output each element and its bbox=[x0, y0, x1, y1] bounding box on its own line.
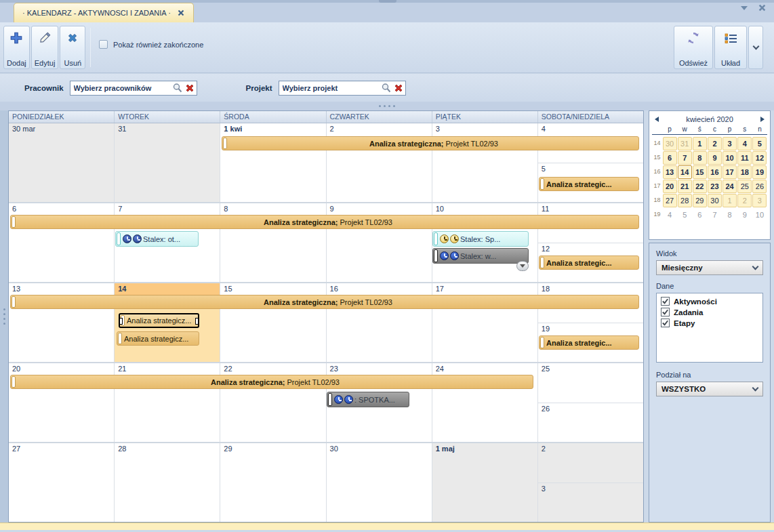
tab-close-icon[interactable] bbox=[178, 9, 185, 17]
more-events-button[interactable] bbox=[516, 261, 529, 271]
show-completed-checkbox[interactable]: Pokaż również zakończone bbox=[99, 40, 203, 49]
event-analiza-strategiczna[interactable]: Analiza strategiczna; Projekt TL02/93 bbox=[10, 295, 639, 309]
day-cell[interactable]: 27 bbox=[9, 443, 115, 522]
day-cell[interactable]: 30 mar bbox=[9, 123, 115, 202]
mini-day[interactable]: 17 bbox=[722, 165, 737, 179]
mini-day[interactable]: 23 bbox=[708, 180, 722, 193]
mini-day[interactable]: 1 bbox=[722, 194, 737, 207]
mini-day[interactable]: 3 bbox=[722, 137, 737, 150]
mini-day[interactable]: 28 bbox=[678, 194, 692, 207]
mini-day[interactable]: 10 bbox=[722, 151, 737, 165]
mini-day[interactable]: 14 bbox=[678, 165, 692, 179]
horizontal-splitter[interactable] bbox=[0, 102, 774, 110]
mini-day[interactable]: 4 bbox=[663, 208, 677, 222]
close-icon[interactable] bbox=[758, 4, 766, 12]
mini-day[interactable]: 24 bbox=[722, 180, 737, 193]
day-cell[interactable]: 1 kwi bbox=[220, 123, 326, 202]
event-stalex[interactable]: Stalex: ot... bbox=[115, 231, 199, 247]
mini-day[interactable]: 1 bbox=[693, 137, 707, 150]
event-analiza-selected[interactable]: Analiza strategicz... bbox=[119, 313, 199, 328]
event-spotkanie[interactable]: : SPOTKA... bbox=[327, 392, 409, 407]
event-stalex[interactable]: Stalex: Sp... bbox=[432, 231, 529, 247]
day-cell[interactable]: 26 bbox=[538, 403, 643, 443]
day-cell[interactable]: 3 bbox=[432, 123, 538, 202]
mini-day[interactable]: 21 bbox=[678, 180, 692, 193]
event-stalex[interactable]: Stalex: w... bbox=[432, 248, 529, 264]
event-analiza-truncated[interactable]: Analiza strategic... bbox=[539, 335, 639, 350]
checkbox-aktywnosci[interactable]: Aktywności bbox=[661, 297, 758, 306]
mini-day[interactable]: 15 bbox=[693, 165, 707, 179]
split-dropdown[interactable]: WSZYSTKO bbox=[656, 382, 763, 396]
next-month-icon[interactable] bbox=[760, 117, 765, 122]
mini-day[interactable]: 31 bbox=[678, 137, 692, 150]
employee-picker[interactable]: Wybierz pracowników bbox=[70, 81, 197, 96]
mini-day[interactable]: 9 bbox=[737, 208, 752, 222]
project-picker[interactable]: Wybierz projekt bbox=[279, 81, 406, 96]
day-cell[interactable]: 2 bbox=[538, 443, 643, 483]
delete-button[interactable]: Usuń bbox=[60, 26, 85, 69]
mini-day-header: p bbox=[662, 125, 677, 135]
refresh-button[interactable]: Odśwież bbox=[674, 26, 713, 69]
mini-day[interactable]: 25 bbox=[737, 180, 752, 193]
mini-day[interactable]: 6 bbox=[663, 151, 677, 165]
mini-day[interactable]: 4 bbox=[737, 137, 752, 150]
mini-day[interactable]: 29 bbox=[693, 194, 707, 207]
mini-day[interactable]: 5 bbox=[678, 208, 692, 222]
magnifier-icon[interactable] bbox=[172, 83, 183, 94]
event-analiza-strategiczna[interactable]: Analiza strategiczna; Projekt TL02/93 bbox=[10, 375, 533, 389]
view-dropdown[interactable]: Miesięczny bbox=[656, 260, 763, 275]
mini-day[interactable]: 2 bbox=[708, 137, 722, 150]
day-cell[interactable]: 28 bbox=[115, 443, 220, 522]
event-analiza-truncated[interactable]: Analiza strategic... bbox=[539, 255, 639, 270]
day-cell[interactable]: 2 bbox=[327, 123, 432, 202]
magnifier-icon[interactable] bbox=[381, 83, 392, 94]
checkbox-zadania[interactable]: Zadania bbox=[661, 308, 758, 316]
mini-day[interactable]: 11 bbox=[737, 151, 752, 165]
mini-day[interactable]: 20 bbox=[663, 180, 677, 193]
mini-day[interactable]: 8 bbox=[693, 151, 707, 165]
mini-day[interactable]: 9 bbox=[708, 151, 722, 165]
mini-day[interactable]: 2 bbox=[737, 194, 752, 207]
day-cell[interactable]: 1 maj bbox=[432, 443, 538, 522]
red-x-icon[interactable] bbox=[394, 83, 403, 93]
mini-day[interactable]: 27 bbox=[663, 194, 677, 207]
event-stripe bbox=[328, 393, 332, 406]
mini-day[interactable]: 16 bbox=[708, 165, 722, 179]
mini-day[interactable]: 12 bbox=[752, 151, 767, 165]
layout-button[interactable]: Układ bbox=[714, 26, 747, 69]
mini-day[interactable]: 26 bbox=[752, 180, 767, 193]
checkbox-label: Zadania bbox=[674, 308, 703, 316]
day-cell[interactable]: 25 bbox=[538, 363, 643, 403]
mini-day[interactable]: 7 bbox=[678, 151, 692, 165]
mini-day[interactable]: 22 bbox=[693, 180, 707, 193]
toolbar-overflow-button[interactable] bbox=[748, 26, 763, 69]
mini-day[interactable]: 18 bbox=[737, 165, 752, 179]
event-analiza-truncated[interactable]: Analiza strategicz... bbox=[117, 331, 199, 346]
add-button[interactable]: Dodaj bbox=[3, 26, 30, 69]
prev-month-icon[interactable] bbox=[655, 117, 659, 122]
day-cell[interactable]: 31 bbox=[115, 123, 220, 202]
edit-button[interactable]: Edytuj bbox=[31, 26, 59, 69]
event-analiza-strategiczna[interactable]: Analiza strategiczna; Projekt TL02/93 bbox=[10, 215, 639, 229]
chevron-down-icon[interactable] bbox=[741, 6, 748, 10]
tab-kalendarz[interactable]: · KALENDARZ - AKTYWNOSCI I ZADANIA · bbox=[14, 3, 194, 22]
day-cell[interactable]: 3 bbox=[538, 483, 643, 523]
mini-day[interactable]: 19 bbox=[752, 165, 767, 179]
mini-day[interactable]: 7 bbox=[708, 208, 722, 222]
mini-day[interactable]: 10 bbox=[752, 208, 767, 222]
day-cell[interactable]: 30 bbox=[327, 443, 432, 522]
mini-day[interactable]: 13 bbox=[663, 165, 677, 179]
mini-day[interactable]: 5 bbox=[752, 137, 767, 150]
day-cell[interactable]: 29 bbox=[220, 443, 326, 522]
mini-day[interactable]: 3 bbox=[752, 194, 767, 207]
mini-day[interactable]: 6 bbox=[693, 208, 707, 222]
event-stripe bbox=[12, 296, 16, 308]
red-x-icon[interactable] bbox=[185, 83, 195, 93]
event-analiza-truncated[interactable]: Analiza strategic... bbox=[539, 177, 639, 191]
mini-day[interactable]: 8 bbox=[722, 208, 737, 222]
mini-day[interactable]: 30 bbox=[708, 194, 722, 207]
vertical-splitter[interactable] bbox=[0, 110, 8, 523]
mini-day[interactable]: 30 bbox=[663, 137, 677, 150]
checkbox-etapy[interactable]: Etapy bbox=[661, 319, 758, 327]
event-analiza-strategiczna[interactable]: Analiza strategiczna; Projekt TL02/93 bbox=[222, 136, 639, 150]
